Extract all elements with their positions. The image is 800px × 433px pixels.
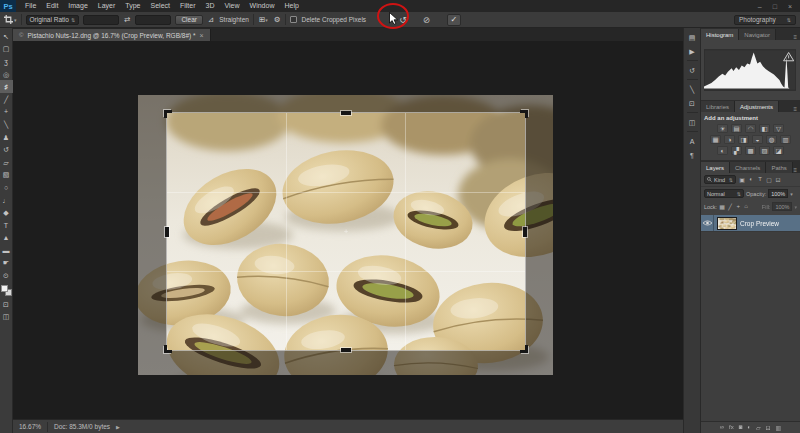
threshold-icon[interactable]: ▩ [745, 146, 756, 155]
document-tab[interactable]: © Pistachio Nuts-12.dng @ 16.7% (Crop Pr… [13, 29, 211, 41]
color-lookup-icon[interactable]: ▥ [780, 135, 791, 144]
layer-visibility-toggle[interactable] [701, 215, 714, 231]
filter-smart-objects-icon[interactable]: ⊡ [774, 176, 782, 183]
history-brush-tool[interactable]: ↺ [0, 143, 13, 156]
new-layer-icon[interactable]: ⊡ [766, 424, 771, 431]
hue-saturation-icon[interactable]: ▦ [710, 135, 721, 144]
canvas[interactable]: + [13, 41, 683, 419]
healing-brush-tool[interactable]: + [0, 106, 13, 119]
curves-icon[interactable]: ◠ [745, 124, 756, 133]
straighten-icon[interactable]: ⊿ [207, 15, 215, 24]
layer-thumbnail[interactable] [717, 217, 737, 230]
workspace-select[interactable]: Photography ⇅ [734, 15, 796, 25]
close-button[interactable]: × [788, 3, 792, 10]
tab-paths[interactable]: Paths [766, 162, 792, 173]
divider[interactable] [687, 60, 698, 61]
status-flyout-icon[interactable]: ▶ [116, 424, 120, 430]
layer-effects-icon[interactable]: fx [729, 424, 734, 431]
layer-group-icon[interactable]: ▱ [756, 424, 761, 431]
layer-mask-icon[interactable]: ◙ [739, 424, 743, 431]
color-swatches[interactable] [1, 285, 12, 296]
blend-mode-select[interactable]: Normal ⇅ [704, 189, 744, 198]
crop-handle-top-right[interactable] [520, 110, 528, 118]
selective-color-icon[interactable]: ◪ [773, 146, 784, 155]
zoom-level[interactable]: 16.67% [19, 423, 41, 430]
levels-icon[interactable]: ▤ [731, 124, 742, 133]
brush-tool[interactable]: ╲ [0, 118, 13, 131]
fill-input[interactable]: 100% [772, 202, 792, 211]
lasso-tool[interactable]: ʒ [0, 55, 13, 68]
menu-item[interactable]: Image [63, 0, 92, 12]
tab-adjustments[interactable]: Adjustments [735, 101, 779, 112]
lock-position-icon[interactable]: + [735, 203, 741, 210]
restore-button[interactable]: □ [773, 3, 777, 10]
color-balance-icon[interactable]: ◑ [724, 135, 735, 144]
layer-name[interactable]: Crop Preview [740, 220, 779, 227]
link-layers-icon[interactable]: ∞ [720, 424, 724, 431]
actions-panel-icon[interactable]: ▶ [686, 46, 699, 56]
screen-mode-button[interactable]: ◫ [0, 310, 13, 323]
zoom-tool[interactable]: ⊙ [0, 269, 13, 282]
channel-mixer-icon[interactable]: ◍ [766, 135, 777, 144]
crop-settings-gear-icon[interactable]: ⚙ [273, 15, 282, 24]
vibrance-icon[interactable]: ▽ [773, 124, 784, 133]
pen-tool[interactable]: ◆ [0, 206, 13, 219]
layer-row-crop-preview[interactable]: Crop Preview [701, 215, 800, 231]
gradient-map-icon[interactable]: ▨ [759, 146, 770, 155]
libraries-panel-icon[interactable]: ▤ [686, 32, 699, 42]
crop-height-input[interactable] [135, 15, 171, 25]
cancel-crop-icon[interactable]: ⊘ [422, 15, 431, 25]
tab-navigator[interactable]: Navigator [739, 29, 776, 40]
clone-source-panel-icon[interactable]: ⊡ [686, 98, 699, 108]
menu-item[interactable]: Help [279, 0, 303, 12]
reset-crop-icon[interactable]: ↺ [398, 15, 408, 25]
lock-all-icon[interactable]: ⌂ [743, 203, 749, 210]
menu-item[interactable]: File [20, 0, 41, 12]
paragraph-panel-icon[interactable]: ¶ [686, 150, 699, 160]
blur-tool[interactable]: ○ [0, 181, 13, 194]
filter-pixel-layers-icon[interactable]: ▣ [738, 176, 746, 183]
layer-filter-kind-select[interactable]: Kind ⇅ [704, 175, 736, 184]
chevron-down-icon[interactable]: ▾ [794, 204, 797, 210]
character-panel-icon[interactable]: A [686, 136, 699, 146]
minimize-button[interactable]: – [758, 3, 762, 10]
divider[interactable] [687, 131, 698, 132]
delete-cropped-pixels-label[interactable]: Delete Cropped Pixels [301, 16, 366, 23]
quick-mask-button[interactable]: ⊡ [0, 298, 13, 311]
delete-cropped-pixels-checkbox[interactable] [290, 16, 297, 23]
menu-item[interactable]: View [220, 0, 245, 12]
crop-width-input[interactable] [83, 15, 119, 25]
crop-handle-top[interactable] [341, 111, 351, 115]
delete-layer-icon[interactable]: ▥ [776, 424, 782, 431]
menu-item[interactable]: Edit [41, 0, 63, 12]
invert-icon[interactable]: ◐ [717, 146, 728, 155]
tab-channels[interactable]: Channels [730, 162, 766, 173]
filter-type-layers-icon[interactable]: T [756, 176, 764, 183]
menu-item[interactable]: 3D [201, 0, 220, 12]
black-white-icon[interactable]: ◨ [738, 135, 749, 144]
path-selection-tool[interactable]: ▲ [0, 232, 13, 245]
crop-handle-bottom-right[interactable] [520, 345, 528, 353]
clone-stamp-tool[interactable]: ♟ [0, 131, 13, 144]
filter-shape-layers-icon[interactable]: ▢ [765, 176, 773, 183]
crop-tool-icon[interactable]: ▾ [4, 15, 17, 24]
shape-tool[interactable]: ▬ [0, 244, 13, 257]
hand-tool[interactable]: ☛ [0, 257, 13, 270]
menu-item[interactable]: Select [146, 0, 175, 12]
move-tool[interactable]: ↖ [0, 30, 13, 43]
swap-dimensions-icon[interactable]: ⇄ [123, 15, 131, 24]
tab-histogram[interactable]: Histogram [701, 29, 739, 40]
tab-libraries[interactable]: Libraries [701, 101, 735, 112]
lock-transparency-icon[interactable]: ▦ [719, 203, 725, 210]
quick-selection-tool[interactable]: ◎ [0, 68, 13, 81]
crop-handle-bottom-left[interactable] [164, 345, 172, 353]
type-tool[interactable]: T [0, 219, 13, 232]
overlay-options-icon[interactable]: ⊞▾ [258, 15, 269, 24]
eraser-tool[interactable]: ▱ [0, 156, 13, 169]
adjustment-layer-icon[interactable]: ◐ [747, 424, 751, 431]
foreground-color-swatch[interactable] [1, 285, 8, 292]
chevron-down-icon[interactable]: ▾ [790, 191, 793, 197]
menu-item[interactable]: Type [120, 0, 145, 12]
commit-crop-button[interactable]: ✓ [447, 14, 461, 26]
exposure-icon[interactable]: ◧ [759, 124, 770, 133]
